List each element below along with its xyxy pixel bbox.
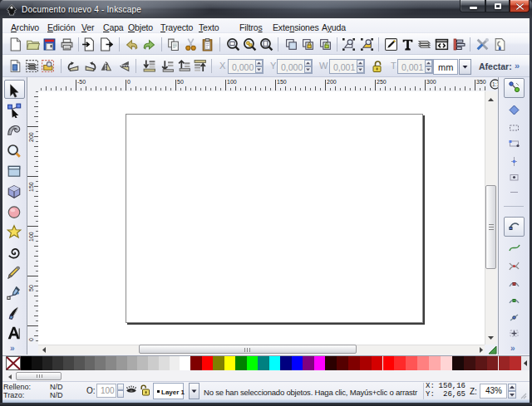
svg-text:50: 50 <box>28 285 34 291</box>
svg-text:150: 150 <box>28 182 34 192</box>
svg-text:200: 200 <box>28 132 34 142</box>
svg-text:100: 100 <box>28 232 34 242</box>
svg-text:0: 0 <box>28 338 34 341</box>
